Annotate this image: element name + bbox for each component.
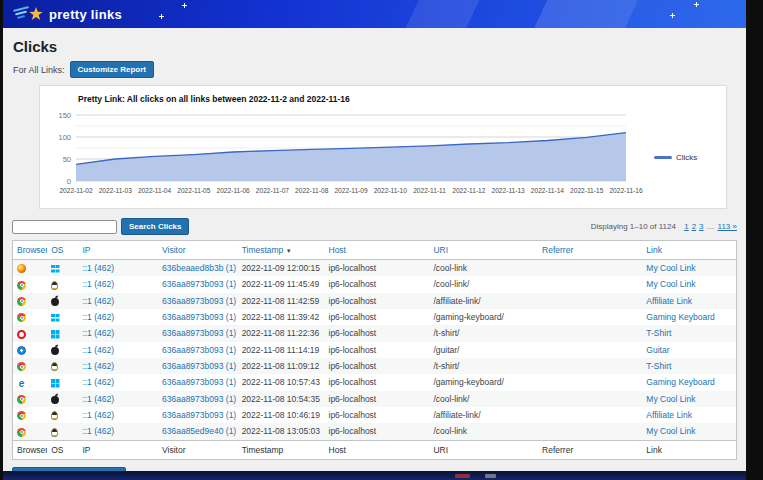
timestamp-cell: 2022-11-08 10:46:19 — [238, 407, 325, 423]
os-cell — [47, 309, 78, 325]
column-header-host[interactable]: Host — [325, 241, 430, 260]
browser-cell — [13, 276, 48, 292]
chrome-icon — [17, 313, 26, 322]
svg-text:2022-11-15: 2022-11-15 — [570, 187, 604, 194]
referrer-cell — [538, 325, 642, 341]
displaying-count: Displaying 1–10 of 1124 — [591, 222, 676, 231]
visitor-link[interactable]: 636aa8973b093 (1) — [162, 279, 236, 289]
timestamp-cell: 2022-11-08 11:22:36 — [238, 325, 325, 341]
visitor-link[interactable]: 636aa8973b093 (1) — [162, 345, 236, 355]
column-header-link[interactable]: Link — [642, 241, 736, 260]
sparkle-icon — [182, 3, 187, 8]
clicks-area-chart: 0501001502022-11-022022-11-032022-11-042… — [46, 107, 654, 205]
ip-link[interactable]: ::1 (462) — [82, 328, 114, 338]
os-cell — [47, 325, 78, 341]
visitor-link[interactable]: 636aa8973b093 (1) — [162, 312, 236, 322]
visitor-link[interactable]: 636aa8973b093 (1) — [162, 377, 236, 387]
uri-cell: /cool-link/ — [429, 276, 538, 292]
ip-link[interactable]: ::1 (462) — [82, 312, 114, 322]
svg-text:2022-11-10: 2022-11-10 — [374, 187, 408, 194]
chart-title: Pretty Link: All clicks on all links bet… — [78, 94, 654, 104]
visitor-link[interactable]: 636aa8973b093 (1) — [162, 328, 236, 338]
host-cell: ip6-localhost — [325, 407, 430, 423]
windows-icon — [51, 265, 59, 273]
firefox-icon — [17, 264, 26, 273]
linux-icon — [51, 428, 58, 437]
browser-cell — [13, 374, 48, 390]
timestamp-cell: 2022-11-08 11:09:12 — [238, 358, 325, 374]
table-row: ::1 (462)636aa8973b093 (1)2022-11-08 10:… — [13, 407, 737, 423]
pretty-link-link[interactable]: T-Shirt — [646, 328, 671, 338]
referrer-cell — [538, 407, 642, 423]
pretty-link-link[interactable]: Gaming Keyboard — [646, 312, 715, 322]
referrer-cell — [538, 309, 642, 325]
ip-link[interactable]: ::1 (462) — [82, 279, 114, 289]
page-link-2[interactable]: 2 — [692, 222, 696, 231]
table-row: ::1 (462)636aa8973b093 (1)2022-11-09 11:… — [13, 276, 737, 292]
ip-link[interactable]: ::1 (462) — [82, 394, 114, 404]
ip-link[interactable]: ::1 (462) — [82, 263, 114, 273]
visitor-link[interactable]: 636beaaed8b3b (1) — [162, 263, 236, 273]
ip-link[interactable]: ::1 (462) — [82, 426, 114, 436]
browser-cell — [13, 342, 48, 359]
ip-link[interactable]: ::1 (462) — [82, 345, 114, 355]
sparkle-icon — [670, 13, 675, 18]
pretty-link-link[interactable]: Gaming Keyboard — [646, 377, 715, 387]
windows-icon — [51, 379, 59, 387]
browser-cell — [13, 423, 48, 440]
browser-cell — [13, 391, 48, 408]
pretty-link-link[interactable]: Guitar — [646, 345, 669, 355]
column-header-timestamp[interactable]: Timestamp ▼ — [238, 241, 325, 260]
chrome-icon — [17, 395, 26, 404]
pretty-link-link[interactable]: My Cool Link — [646, 394, 695, 404]
column-header-os[interactable]: OS — [47, 241, 78, 260]
visitor-link[interactable]: 636aa8973b093 (1) — [162, 361, 236, 371]
visitor-link[interactable]: 636aa8973b093 (1) — [162, 394, 236, 404]
last-page-link[interactable]: 113 » — [718, 222, 737, 231]
pretty-link-link[interactable]: My Cool Link — [646, 426, 695, 436]
host-cell: ip6-localhost — [325, 358, 430, 374]
pretty-link-link[interactable]: Affiliate Link — [646, 410, 692, 420]
pretty-link-link[interactable]: My Cool Link — [646, 279, 695, 289]
column-header-uri[interactable]: URI — [429, 241, 538, 260]
linux-icon — [51, 362, 58, 371]
svg-text:2022-11-13: 2022-11-13 — [492, 187, 526, 194]
visitor-link[interactable]: 636aa8973b093 (1) — [162, 296, 236, 306]
svg-text:100: 100 — [58, 133, 71, 142]
ip-link[interactable]: ::1 (462) — [82, 361, 114, 371]
customize-report-button[interactable]: Customize Report — [70, 61, 154, 78]
svg-text:150: 150 — [58, 111, 71, 120]
table-body: ::1 (462)636beaaed8b3b (1)2022-11-09 12:… — [13, 260, 737, 441]
timestamp-cell: 2022-11-08 11:39:42 — [238, 309, 325, 325]
column-header-ip[interactable]: IP — [78, 241, 158, 260]
footer-column-header-os: OS — [47, 440, 78, 459]
uri-cell: /t-shirt/ — [429, 325, 538, 341]
table-toolbar: Search Clicks Displaying 1–10 of 1124 12… — [12, 218, 737, 235]
page-link-1[interactable]: 1 — [684, 222, 688, 231]
pretty-link-link[interactable]: Affiliate Link — [646, 296, 692, 306]
referrer-cell — [538, 260, 642, 277]
column-header-referrer[interactable]: Referrer — [538, 241, 642, 260]
search-clicks-button[interactable]: Search Clicks — [121, 218, 189, 235]
search-input[interactable] — [12, 220, 117, 234]
column-header-browser[interactable]: Browser — [13, 241, 48, 260]
ip-link[interactable]: ::1 (462) — [82, 410, 114, 420]
pretty-link-link[interactable]: My Cool Link — [646, 263, 695, 273]
logo-star-icon — [29, 7, 43, 21]
referrer-cell — [538, 374, 642, 390]
page-link-3[interactable]: 3 — [699, 222, 703, 231]
visitor-link[interactable]: 636aa8973b093 (1) — [162, 410, 236, 420]
dock-item-gray — [485, 474, 496, 478]
visitor-link[interactable]: 636aa85ed9e40 (1) — [162, 426, 236, 436]
linux-icon — [51, 281, 58, 290]
dock-item-red — [455, 474, 470, 478]
uri-cell: /affiliate-link/ — [429, 293, 538, 310]
column-header-visitor[interactable]: Visitor — [158, 241, 238, 260]
ip-link[interactable]: ::1 (462) — [82, 296, 114, 306]
os-cell — [47, 342, 78, 359]
referrer-cell — [538, 358, 642, 374]
clicks-chart-card: Pretty Link: All clicks on all links bet… — [39, 85, 727, 209]
pretty-link-link[interactable]: T-Shirt — [646, 361, 671, 371]
ip-link[interactable]: ::1 (462) — [82, 377, 114, 387]
opera-icon — [17, 330, 26, 339]
